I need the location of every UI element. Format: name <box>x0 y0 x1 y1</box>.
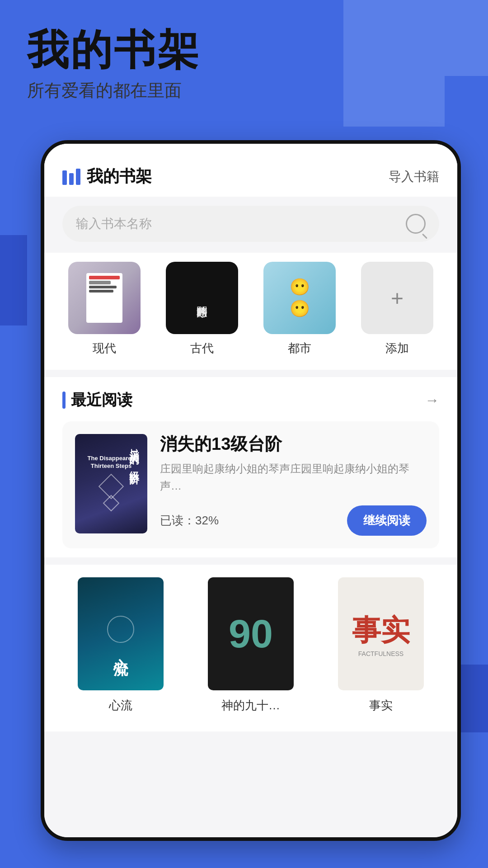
app-header: 我的书架 导入书籍 <box>44 144 457 197</box>
xinliu-vertical-text: 心流 <box>111 646 131 652</box>
section-header: 最近阅读 → <box>62 390 439 410</box>
bg-decoration-left <box>0 235 27 326</box>
section-title: 最近阅读 <box>71 390 132 410</box>
section-accent <box>62 392 66 409</box>
featured-book-info: 消失的13级台阶 庄园里响起康纳小姐的琴声庄园里响起康纳小姐的琴声… 已读：32… <box>160 434 427 536</box>
app-header-left: 我的书架 <box>62 165 152 188</box>
ninety-number: 90 <box>229 614 273 654</box>
book-90-inner: 90 <box>208 577 294 690</box>
phone-frame: 我的书架 导入书籍 输入书本名称 现代 的時間秩序 <box>41 140 461 841</box>
book-shishi-label: 事实 <box>369 698 393 713</box>
featured-book-title: 消失的13级台阶 <box>160 434 427 455</box>
categories-section: 现代 的時間秩序 古代 😶 😶 都市 + 添加 <box>44 253 457 370</box>
section-title-wrap: 最近阅读 <box>62 390 132 410</box>
diamond-small <box>103 495 120 512</box>
featured-book-desc: 庄园里响起康纳小姐的琴声庄园里响起康纳小姐的琴声… <box>160 460 427 495</box>
book-shishi-inner: 事实 FACTFULNESS <box>338 577 424 690</box>
book-shishi-cover: 事实 FACTFULNESS <box>338 577 424 690</box>
category-add[interactable]: + 添加 <box>355 262 439 356</box>
face-emoji-1: 😶 <box>290 278 310 297</box>
plus-icon: + <box>391 286 404 311</box>
phone-inner: 我的书架 导入书籍 输入书本名称 现代 的時間秩序 <box>44 144 457 837</box>
book-xinliu-label: 心流 <box>109 698 132 713</box>
continue-reading-button[interactable]: 继续阅读 <box>347 505 427 536</box>
section-divider <box>44 370 457 377</box>
book-xinliu-cover: 心流 <box>78 577 164 690</box>
featured-book-card[interactable]: The Disappeared Thirteen Steps 消失的13级台阶 … <box>62 421 439 548</box>
face-emoji-2: 😶 <box>290 299 310 318</box>
header-title: 我的书架 <box>27 27 201 73</box>
featured-progress-row: 已读：32% 继续阅读 <box>160 505 427 536</box>
book-xinliu[interactable]: 心流 心流 <box>62 577 179 713</box>
shishi-subtitle: FACTFULNESS <box>358 650 404 657</box>
shishi-title-text: 事实 <box>352 611 410 650</box>
book-xinliu-inner: 心流 <box>78 577 164 690</box>
category-ancient[interactable]: 的時間秩序 古代 <box>160 262 244 356</box>
section-divider-2 <box>44 557 457 565</box>
recent-section: 最近阅读 → The Disappeared Thirteen Steps 消失… <box>44 377 457 557</box>
category-ancient-label: 古代 <box>190 340 214 356</box>
featured-cover-title-cn: 消失的13级台阶 <box>127 443 141 524</box>
search-icon <box>406 214 426 234</box>
app-title: 我的书架 <box>87 165 152 188</box>
diamond-shapes <box>102 477 120 509</box>
more-books-section: 心流 心流 90 神的九十… 事实 FACTFULNESS <box>44 565 457 731</box>
category-urban-cover: 😶 😶 <box>263 262 336 334</box>
search-placeholder: 输入书本名称 <box>76 215 152 232</box>
header-subtitle: 所有爱看的都在里面 <box>27 79 201 102</box>
search-bar[interactable]: 输入书本名称 <box>62 206 439 242</box>
category-ancient-cover: 的時間秩序 <box>166 262 238 334</box>
category-add-label: 添加 <box>385 340 409 356</box>
header-area: 我的书架 所有爱看的都在里面 <box>27 27 201 102</box>
arrow-right-icon[interactable]: → <box>425 392 439 409</box>
import-button[interactable]: 导入书籍 <box>389 168 439 185</box>
featured-book-cover: The Disappeared Thirteen Steps 消失的13级台阶 <box>75 434 147 533</box>
bg-decoration-top-right <box>343 0 488 127</box>
category-modern-cover <box>68 262 141 334</box>
category-add-cover: + <box>361 262 433 334</box>
category-modern[interactable]: 现代 <box>62 262 146 356</box>
book-90[interactable]: 90 神的九十… <box>192 577 309 713</box>
bookshelf-icon <box>62 169 80 185</box>
featured-progress-text: 已读：32% <box>160 513 219 528</box>
book-shishi[interactable]: 事实 FACTFULNESS 事实 <box>323 577 439 713</box>
xinliu-circle-icon <box>107 616 134 643</box>
book-90-cover: 90 <box>208 577 294 690</box>
bg-decoration-right <box>461 665 488 732</box>
book-90-label: 神的九十… <box>221 698 280 713</box>
category-urban[interactable]: 😶 😶 都市 <box>258 262 342 356</box>
category-modern-label: 现代 <box>93 340 116 356</box>
category-urban-label: 都市 <box>288 340 311 356</box>
